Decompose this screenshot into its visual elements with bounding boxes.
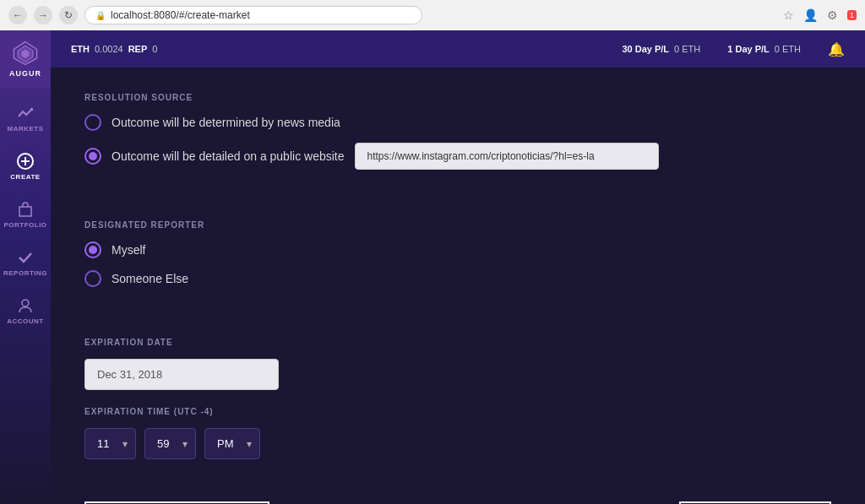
header-bar: ETH 0.0024 REP 0 30 Day P/L 0 ETH 1 Day …	[51, 30, 865, 68]
radio-news-media[interactable]	[84, 114, 101, 131]
radio-someone-else[interactable]	[84, 270, 101, 287]
rep-value: 0	[152, 44, 157, 54]
settings-icon[interactable]: ⚙	[825, 8, 841, 23]
eth-stat: ETH 0.0024 REP 0	[71, 44, 157, 54]
refresh-button[interactable]: ↻	[59, 6, 78, 24]
designated-reporter-label: DESIGNATED REPORTER	[84, 220, 831, 230]
sidebar-logo: AUGUR	[0, 30, 51, 88]
expiration-time-section: EXPIRATION TIME (UTC -4) 11 12 01 02 59	[84, 407, 831, 459]
browser-right-icons: ☆ 👤 ⚙ 1	[781, 8, 857, 23]
minute-select[interactable]: 59 00 15 30 45	[144, 428, 196, 459]
radio-myself[interactable]	[84, 241, 101, 258]
hour-select[interactable]: 11 12 01 02	[84, 428, 136, 459]
create-label: CREATE	[10, 173, 40, 181]
radio-public-website[interactable]	[84, 148, 101, 165]
forward-button[interactable]: →	[34, 6, 52, 24]
resolution-source-section: RESOLUTION SOURCE Outcome will be determ…	[84, 93, 831, 195]
day30-label: 30 Day P/L	[622, 44, 669, 54]
url-bar[interactable]: 🔒 localhost:8080/#/create-market	[84, 6, 422, 24]
main-content: RESOLUTION SOURCE Outcome will be determ…	[51, 68, 865, 504]
bell-icon[interactable]: 🔔	[828, 41, 845, 57]
url-text: localhost:8080/#/create-market	[111, 9, 250, 21]
option-public-website-label: Outcome will be detailed on a public web…	[112, 149, 345, 163]
rep-label: REP	[128, 44, 148, 54]
app-container: AUGUR MARKETS CREATE	[0, 30, 865, 504]
sidebar-item-markets[interactable]: MARKETS	[0, 95, 51, 143]
markets-label: MARKETS	[7, 125, 43, 133]
portfolio-label: PORTFOLIO	[3, 221, 46, 229]
someone-else-label: Someone Else	[112, 272, 188, 285]
designated-reporter-section: DESIGNATED REPORTER Myself Someone Else	[84, 220, 831, 312]
logo-text: AUGUR	[9, 69, 41, 78]
resolution-source-options: Outcome will be determined by news media…	[84, 114, 831, 170]
markets-icon	[17, 105, 34, 122]
sidebar-item-account[interactable]: ACCOUNT	[0, 287, 51, 335]
reporter-options: Myself Someone Else	[84, 241, 831, 287]
header-right: 30 Day P/L 0 ETH 1 Day P/L 0 ETH 🔔	[622, 41, 845, 57]
main-area: ETH 0.0024 REP 0 30 Day P/L 0 ETH 1 Day …	[51, 30, 865, 504]
create-icon	[17, 153, 34, 170]
star-icon[interactable]: ☆	[781, 8, 797, 23]
myself-label: Myself	[112, 243, 145, 257]
option-news-media[interactable]: Outcome will be determined by news media	[84, 114, 831, 131]
expiration-time-label: EXPIRATION TIME (UTC -4)	[84, 407, 831, 416]
period-select[interactable]: PM AM	[204, 428, 260, 459]
account-label: ACCOUNT	[7, 317, 44, 325]
reporting-label: REPORTING	[3, 269, 47, 277]
period-select-wrapper: PM AM	[204, 428, 260, 459]
lock-icon: 🔒	[95, 11, 106, 20]
browser-bar: ← → ↻ 🔒 localhost:8080/#/create-market ☆…	[0, 0, 865, 30]
day1-value: 0 ETH	[775, 44, 801, 54]
option-someone-else[interactable]: Someone Else	[84, 270, 831, 287]
day30-stat: 30 Day P/L 0 ETH	[622, 44, 700, 54]
augur-logo-icon	[13, 41, 38, 66]
option-myself[interactable]: Myself	[84, 241, 831, 258]
sidebar-item-portfolio[interactable]: PORTFOLIO	[0, 191, 51, 239]
back-button[interactable]: ←	[8, 6, 27, 24]
resolution-source-label: RESOLUTION SOURCE	[84, 93, 831, 102]
portfolio-icon	[17, 201, 34, 218]
day30-value: 0 ETH	[674, 44, 700, 54]
svg-point-7	[22, 300, 29, 306]
expiration-date-label: EXPIRATION DATE	[84, 338, 831, 347]
svg-rect-6	[19, 207, 31, 216]
option-news-media-label: Outcome will be determined by news media	[112, 116, 340, 129]
url-input[interactable]	[355, 143, 659, 170]
notification-badge: 1	[847, 10, 857, 20]
time-selects: 11 12 01 02 59 00 15 30 45	[84, 428, 831, 459]
expiration-date-section: EXPIRATION DATE	[84, 338, 831, 390]
day1-label: 1 Day P/L	[727, 44, 770, 54]
option-public-website[interactable]: Outcome will be detailed on a public web…	[84, 143, 831, 170]
sidebar-item-create[interactable]: CREATE	[0, 143, 51, 191]
sidebar: AUGUR MARKETS CREATE	[0, 30, 51, 504]
expiration-date-input[interactable]	[84, 359, 279, 390]
sidebar-item-reporting[interactable]: REPORTING	[0, 239, 51, 287]
profile-icon[interactable]: 👤	[803, 8, 819, 23]
reporting-icon	[17, 249, 34, 266]
eth-label: ETH	[71, 44, 90, 54]
minute-select-wrapper: 59 00 15 30 45	[144, 428, 196, 459]
hour-select-wrapper: 11 12 01 02	[84, 428, 136, 459]
account-icon	[17, 297, 34, 314]
day1-stat: 1 Day P/L 0 ETH	[727, 44, 801, 54]
eth-value: 0.0024	[95, 44, 123, 54]
